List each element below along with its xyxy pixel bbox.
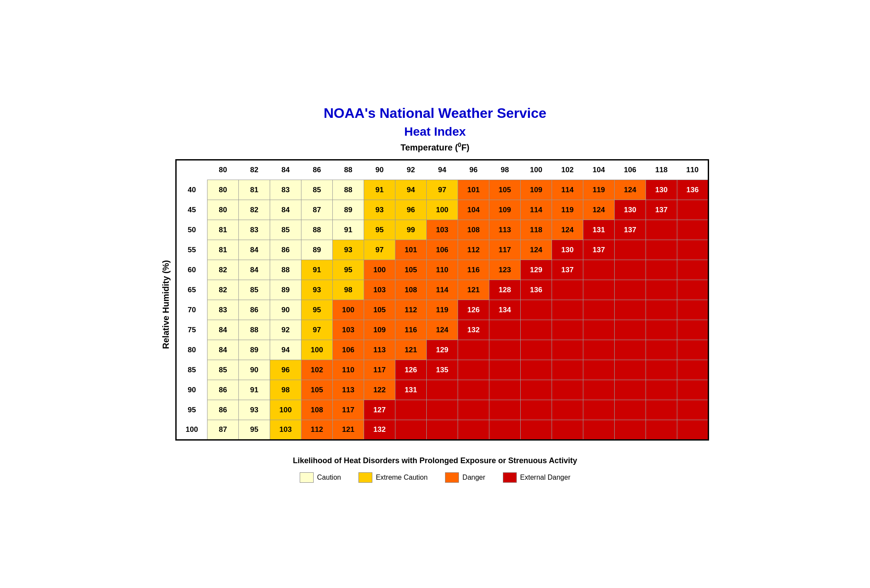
heat-cell: 137	[646, 200, 677, 220]
heat-cell: 126	[395, 360, 427, 380]
heat-cell	[677, 260, 709, 280]
heat-cell: 88	[270, 260, 301, 280]
row-label-40: 40	[176, 180, 207, 200]
heat-cell: 81	[207, 220, 239, 240]
heat-cell: 114	[552, 180, 583, 200]
heat-cell	[552, 400, 583, 420]
col-header-92: 92	[395, 160, 427, 180]
table-wrapper: 8082848688909294969810010210410611811040…	[175, 159, 709, 441]
row-label-80: 80	[176, 340, 207, 360]
table-row: 85859096102110117126135	[176, 360, 709, 380]
heat-cell	[615, 360, 646, 380]
heat-cell: 94	[270, 340, 301, 360]
col-header-110: 110	[677, 160, 709, 180]
heat-cell: 132	[458, 320, 489, 340]
row-label-95: 95	[176, 400, 207, 420]
heat-cell	[677, 240, 709, 260]
heat-cell	[521, 320, 552, 340]
heat-cell: 123	[489, 260, 521, 280]
heat-cell: 91	[364, 180, 395, 200]
heat-cell	[521, 400, 552, 420]
heat-cell: 97	[364, 240, 395, 260]
col-header-100: 100	[521, 160, 552, 180]
heat-cell: 112	[395, 300, 427, 320]
heat-cell: 137	[552, 260, 583, 280]
heat-cell: 89	[270, 280, 301, 300]
heat-cell	[583, 320, 615, 340]
heat-cell	[489, 380, 521, 400]
heat-cell: 82	[207, 260, 239, 280]
row-label-65: 65	[176, 280, 207, 300]
heat-cell	[583, 340, 615, 360]
legend-item: Caution	[300, 472, 341, 483]
heat-cell	[646, 360, 677, 380]
heat-cell: 135	[427, 360, 458, 380]
heat-cell	[646, 240, 677, 260]
row-label-70: 70	[176, 300, 207, 320]
heat-cell	[583, 420, 615, 440]
heat-cell	[552, 360, 583, 380]
heat-cell: 83	[239, 220, 270, 240]
heat-cell: 105	[395, 260, 427, 280]
heat-cell	[521, 340, 552, 360]
chart-area: Relative Humidity (%) 808284868890929496…	[130, 159, 740, 449]
heat-cell: 106	[333, 340, 364, 360]
heat-cell: 91	[333, 220, 364, 240]
heat-cell: 131	[395, 380, 427, 400]
heat-cell: 84	[207, 320, 239, 340]
heat-cell	[615, 380, 646, 400]
heat-cell: 124	[583, 200, 615, 220]
heat-cell: 93	[239, 400, 270, 420]
legend-label: External Danger	[520, 474, 571, 481]
col-header-90: 90	[364, 160, 395, 180]
table-row: 5081838588919599103108113118124131137	[176, 220, 709, 240]
heat-cell: 105	[489, 180, 521, 200]
heat-cell	[458, 340, 489, 360]
heat-cell: 90	[270, 300, 301, 320]
legend-label: Danger	[462, 474, 485, 481]
heat-cell: 84	[270, 200, 301, 220]
heat-cell: 112	[458, 240, 489, 260]
heat-cell: 98	[270, 380, 301, 400]
heat-cell: 103	[364, 280, 395, 300]
heat-cell: 113	[333, 380, 364, 400]
heat-cell: 130	[615, 200, 646, 220]
heat-cell	[552, 300, 583, 320]
heat-cell: 96	[270, 360, 301, 380]
heat-cell	[646, 420, 677, 440]
heat-cell: 105	[364, 300, 395, 320]
heat-cell: 88	[333, 180, 364, 200]
heat-cell: 83	[207, 300, 239, 320]
title-temp: Temperature (0F)	[130, 141, 740, 153]
heat-cell: 134	[489, 300, 521, 320]
heat-cell: 87	[207, 420, 239, 440]
heat-cell: 93	[364, 200, 395, 220]
heat-cell: 109	[521, 180, 552, 200]
heat-cell	[677, 360, 709, 380]
heat-cell: 131	[583, 220, 615, 240]
heat-cell	[615, 240, 646, 260]
heat-cell	[615, 340, 646, 360]
heat-cell	[458, 400, 489, 420]
legend-color-box	[358, 472, 372, 483]
heat-cell	[489, 320, 521, 340]
heat-cell	[646, 220, 677, 240]
heat-cell	[458, 380, 489, 400]
heat-cell: 100	[270, 400, 301, 420]
heat-cell	[458, 420, 489, 440]
col-header-80: 80	[207, 160, 239, 180]
legend-label: Caution	[317, 474, 341, 481]
heat-cell	[395, 400, 427, 420]
heat-cell: 96	[395, 200, 427, 220]
col-header-88: 88	[333, 160, 364, 180]
heat-cell: 110	[427, 260, 458, 280]
heat-cell	[646, 380, 677, 400]
heat-cell	[583, 260, 615, 280]
heat-cell	[677, 200, 709, 220]
heat-cell	[395, 420, 427, 440]
heat-cell	[615, 320, 646, 340]
heat-cell: 84	[207, 340, 239, 360]
heat-cell	[677, 400, 709, 420]
title-sub: Heat Index	[130, 125, 740, 139]
heat-cell: 85	[207, 360, 239, 380]
